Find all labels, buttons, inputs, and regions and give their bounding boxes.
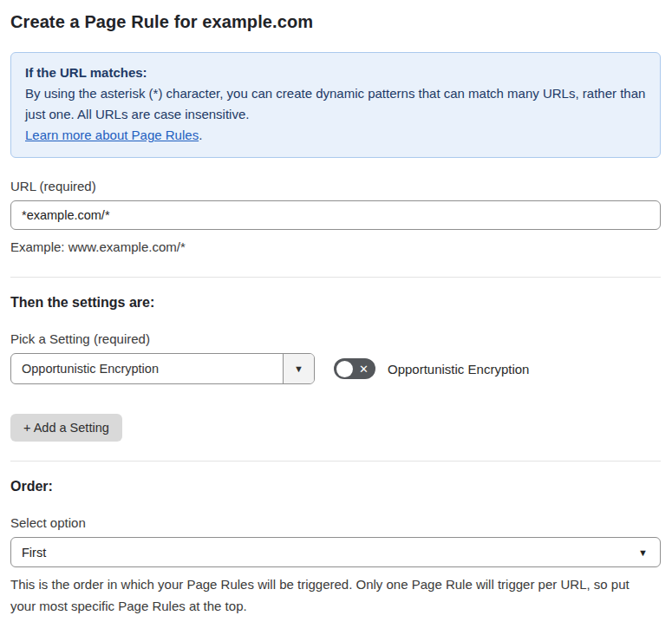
pick-setting-label: Pick a Setting (required) [10,331,661,346]
setting-picker-value: Opportunistic Encryption [11,354,283,383]
order-select-label: Select option [10,515,661,530]
url-match-info-box: If the URL matches: By using the asteris… [10,52,661,158]
divider [10,461,661,462]
page-rule-form: Create a Page Rule for example.com If th… [0,0,672,622]
order-select[interactable]: First ▼ [10,537,661,567]
url-field-label: URL (required) [10,179,661,193]
info-box-body: By using the asterisk (*) character, you… [25,83,646,125]
toggle-off-x-icon: ✕ [359,363,369,375]
info-link-line: Learn more about Page Rules. [25,125,646,146]
settings-section-heading: Then the settings are: [10,295,661,311]
toggle-group: ✕ Opportunistic Encryption [334,358,529,379]
add-setting-button[interactable]: + Add a Setting [10,414,122,442]
setting-picker-dropdown[interactable]: Opportunistic Encryption ▼ [10,353,315,384]
divider [10,277,661,278]
toggle-knob [336,361,353,377]
order-helper-text: This is the order in which your Page Rul… [10,573,652,617]
page-title: Create a Page Rule for example.com [10,12,661,32]
opportunistic-encryption-toggle[interactable]: ✕ [334,358,375,379]
learn-more-link[interactable]: Learn more about Page Rules [25,128,199,142]
chevron-down-icon[interactable]: ▼ [283,354,314,383]
info-box-heading: If the URL matches: [25,62,646,83]
url-input[interactable] [10,200,661,230]
url-example-helper: Example: www.example.com/* [10,237,661,258]
chevron-down-icon: ▼ [638,547,648,558]
toggle-label: Opportunistic Encryption [388,362,529,376]
link-suffix: . [199,128,202,142]
order-section-heading: Order: [10,479,661,494]
order-select-value: First [22,546,46,560]
setting-row: Opportunistic Encryption ▼ ✕ Opportunist… [10,353,661,384]
